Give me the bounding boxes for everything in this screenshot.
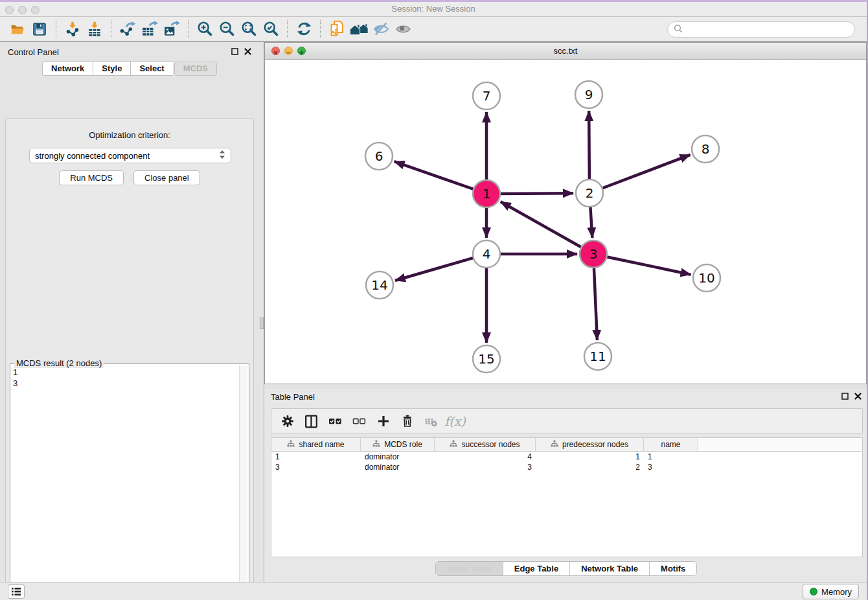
add-column-icon[interactable] bbox=[372, 411, 394, 432]
tab-style[interactable]: Style bbox=[93, 62, 130, 76]
search-input[interactable] bbox=[683, 25, 845, 34]
save-session-icon[interactable] bbox=[29, 19, 51, 39]
close-panel-icon[interactable] bbox=[244, 46, 251, 58]
graph-node-11[interactable]: 11 bbox=[584, 343, 611, 370]
network-canvas[interactable]: 7968124314101511 bbox=[265, 60, 866, 384]
graph-node-2[interactable]: 2 bbox=[576, 179, 603, 207]
graph-node-3[interactable]: 3 bbox=[580, 240, 607, 268]
table-cell[interactable]: dominator bbox=[361, 462, 435, 472]
table-cell[interactable]: 3 bbox=[644, 462, 698, 472]
graph-node-7[interactable]: 7 bbox=[473, 82, 500, 110]
close-window-icon[interactable] bbox=[5, 6, 14, 14]
table-cell[interactable]: 3 bbox=[271, 462, 361, 472]
mcds-panel-body: Optimization criterion: strongly connect… bbox=[5, 118, 254, 600]
graph-node-8[interactable]: 8 bbox=[692, 135, 719, 163]
tab-node-table[interactable]: Node Table bbox=[436, 562, 503, 575]
table-settings-gear-icon[interactable] bbox=[277, 411, 298, 432]
graph-node-4[interactable]: 4 bbox=[473, 240, 500, 268]
column-header-successor-nodes[interactable]: successor nodes bbox=[435, 438, 536, 451]
graph-node-15[interactable]: 15 bbox=[473, 345, 500, 373]
zoom-fit-icon[interactable] bbox=[238, 19, 260, 39]
svg-text:7: 7 bbox=[483, 88, 491, 104]
import-table-icon[interactable] bbox=[84, 19, 106, 39]
column-header-predecessor-nodes[interactable]: predecessor nodes bbox=[536, 438, 644, 451]
result-scrollbar[interactable] bbox=[239, 365, 247, 600]
edge-2-3[interactable] bbox=[590, 205, 592, 238]
svg-text:2: 2 bbox=[586, 185, 594, 201]
table-cell[interactable]: 3 bbox=[435, 462, 536, 472]
export-image-icon[interactable] bbox=[161, 19, 183, 39]
search-field[interactable] bbox=[667, 21, 855, 38]
edge-3-10[interactable] bbox=[606, 257, 691, 275]
table-panel: Table Panel bbox=[264, 389, 868, 582]
column-header-MCDS-role[interactable]: MCDS role bbox=[361, 438, 435, 451]
tab-motifs[interactable]: Motifs bbox=[650, 562, 696, 575]
memory-button[interactable]: Memory bbox=[803, 584, 859, 599]
show-panel-eye-icon[interactable] bbox=[392, 19, 414, 39]
table-cell[interactable]: 4 bbox=[435, 452, 536, 462]
zoom-in-icon[interactable] bbox=[194, 19, 216, 39]
graph-node-6[interactable]: 6 bbox=[365, 143, 393, 170]
status-bar: Memory bbox=[0, 582, 867, 600]
deselect-all-columns-icon[interactable] bbox=[348, 411, 370, 432]
node-table[interactable]: shared nameMCDS rolesuccessor nodesprede… bbox=[271, 437, 863, 557]
zoom-out-icon[interactable] bbox=[216, 19, 238, 39]
graph-node-14[interactable]: 14 bbox=[366, 271, 393, 299]
tab-network[interactable]: Network bbox=[42, 62, 93, 76]
home-icon[interactable] bbox=[348, 19, 370, 39]
network-window-title: scc.txt bbox=[265, 43, 866, 59]
delete-column-icon[interactable] bbox=[396, 411, 418, 432]
edge-4-14[interactable] bbox=[395, 257, 475, 281]
table-cell[interactable]: 1 bbox=[536, 452, 644, 462]
network-graph[interactable]: 7968124314101511 bbox=[265, 60, 866, 384]
table-row[interactable]: 3dominator323 bbox=[271, 462, 862, 472]
column-header-shared-name[interactable]: shared name bbox=[271, 438, 361, 451]
graph-node-9[interactable]: 9 bbox=[575, 81, 602, 108]
column-type-icon bbox=[372, 440, 380, 450]
select-all-columns-icon[interactable] bbox=[325, 411, 346, 432]
table-tabs: Node TableEdge TableNetwork TableMotifs bbox=[264, 561, 868, 576]
edge-3-1[interactable] bbox=[501, 202, 583, 248]
show-column-icon[interactable] bbox=[301, 411, 322, 432]
edge-1-2[interactable] bbox=[499, 193, 573, 194]
edge-2-8[interactable] bbox=[601, 155, 691, 189]
minimize-network-icon[interactable] bbox=[284, 47, 293, 55]
import-network-icon[interactable] bbox=[62, 19, 84, 39]
export-network-icon[interactable] bbox=[117, 19, 139, 39]
float-table-panel-icon[interactable] bbox=[841, 391, 849, 402]
hide-panel-eye-icon[interactable] bbox=[370, 19, 392, 39]
optimization-criterion-select[interactable]: strongly connected component bbox=[29, 148, 231, 163]
refresh-icon[interactable] bbox=[293, 19, 315, 39]
tab-network-table[interactable]: Network Table bbox=[570, 562, 650, 575]
tab-select[interactable]: Select bbox=[130, 62, 172, 76]
splitter-grip[interactable] bbox=[260, 317, 264, 329]
edge-1-6[interactable] bbox=[394, 161, 475, 189]
close-network-icon[interactable] bbox=[271, 47, 280, 55]
open-session-icon[interactable] bbox=[6, 19, 29, 39]
table-cell[interactable]: 1 bbox=[271, 452, 361, 462]
zoom-window-icon[interactable] bbox=[31, 6, 40, 14]
graph-node-10[interactable]: 10 bbox=[693, 264, 720, 292]
network-window-titlebar[interactable]: scc.txt bbox=[265, 43, 866, 60]
float-panel-icon[interactable] bbox=[231, 46, 238, 58]
zoom-selected-icon[interactable] bbox=[260, 19, 282, 39]
panel-splitter[interactable] bbox=[259, 42, 264, 582]
clone-network-icon[interactable] bbox=[326, 19, 348, 39]
close-panel-button[interactable]: Close panel bbox=[133, 170, 200, 185]
edge-2-9[interactable] bbox=[589, 111, 589, 181]
minimize-window-icon[interactable] bbox=[18, 6, 27, 14]
column-header-name[interactable]: name bbox=[644, 438, 698, 451]
table-cell[interactable]: 1 bbox=[644, 452, 698, 462]
close-table-panel-icon[interactable] bbox=[854, 391, 862, 402]
export-table-icon[interactable] bbox=[139, 19, 161, 39]
edge-3-11[interactable] bbox=[594, 266, 597, 340]
tab-mcds[interactable]: MCDS bbox=[174, 62, 217, 76]
table-row[interactable]: 1dominator411 bbox=[271, 452, 862, 462]
task-history-button[interactable] bbox=[8, 584, 25, 599]
maximize-network-icon[interactable] bbox=[297, 47, 306, 55]
run-mcds-button[interactable]: Run MCDS bbox=[59, 170, 124, 185]
tab-edge-table[interactable]: Edge Table bbox=[503, 562, 570, 575]
table-cell[interactable]: 2 bbox=[536, 462, 644, 472]
graph-node-1[interactable]: 1 bbox=[473, 180, 500, 207]
table-cell[interactable]: dominator bbox=[361, 452, 435, 462]
